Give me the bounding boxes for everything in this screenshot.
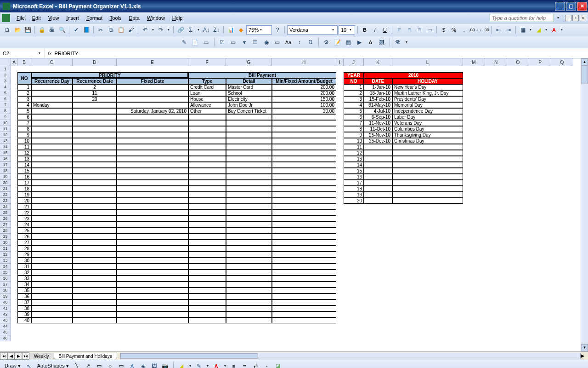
pt-detail-37[interactable] (226, 282, 272, 288)
pt-rdate-24[interactable] (73, 204, 117, 210)
ht-holiday-9[interactable]: Labor Day (392, 114, 463, 120)
pt-detail-5[interactable]: School (226, 90, 272, 96)
pt-rday-32[interactable] (31, 252, 73, 258)
pt-rday-4[interactable] (31, 84, 73, 90)
pt-amt-42[interactable] (272, 311, 336, 317)
pt-rdate-39[interactable] (73, 293, 117, 299)
ht-date-17[interactable] (364, 162, 392, 168)
menu-format[interactable]: Format (83, 14, 106, 22)
pt-type-26[interactable] (188, 216, 226, 222)
pt-rdate-30[interactable] (73, 240, 117, 246)
pt-fdate-17[interactable] (117, 162, 188, 168)
pt-rdate-32[interactable] (73, 252, 117, 258)
ht-date-12[interactable]: 25-Nov-10 (364, 132, 392, 138)
ht-no-9[interactable]: 6 (344, 114, 364, 120)
fontsize-select[interactable]: 10▾ (339, 25, 355, 34)
row-header-13[interactable]: 13 (0, 138, 11, 144)
menu-tools[interactable]: Tools (106, 14, 125, 22)
line-style-button[interactable]: ≡ (229, 362, 238, 368)
row-header-38[interactable]: 38 (0, 288, 11, 293)
pt-rdate-7[interactable] (73, 102, 117, 108)
pt-amt-21[interactable] (272, 186, 336, 192)
row-header-9[interactable]: 9 (0, 114, 11, 120)
pt-rday-7[interactable]: Monday (31, 102, 73, 108)
pt-detail-39[interactable] (226, 293, 272, 299)
pt-no-37[interactable]: 34 (17, 282, 31, 288)
pt-rdate-18[interactable] (73, 168, 117, 174)
row-header-7[interactable]: 7 (0, 102, 11, 108)
pt-fdate-30[interactable] (117, 240, 188, 246)
ht-date-14[interactable] (364, 144, 392, 150)
ht-holiday-15[interactable] (392, 150, 463, 156)
pt-no-40[interactable]: 37 (17, 299, 31, 305)
pt-amt-7[interactable]: 100.00 (272, 102, 336, 108)
pt-type-18[interactable] (188, 168, 226, 174)
pt-type-10[interactable] (188, 120, 226, 126)
autosum-dropdown-icon[interactable]: ▾ (196, 28, 201, 32)
pt-no-14[interactable]: 11 (17, 144, 31, 150)
pt-amt-14[interactable] (272, 144, 336, 150)
pt-rday-26[interactable] (31, 216, 73, 222)
pt-rday-34[interactable] (31, 264, 73, 270)
zoom-select[interactable]: 75%▾ (246, 25, 272, 34)
pt-no-11[interactable]: 8 (17, 126, 31, 132)
pt-detail-9[interactable] (226, 114, 272, 120)
pt-type-9[interactable] (188, 114, 226, 120)
header-fdate[interactable]: Fixed Date (117, 78, 188, 84)
pt-rdate-43[interactable] (73, 317, 117, 323)
pt-rday-27[interactable] (31, 222, 73, 228)
ht-holiday-14[interactable] (392, 144, 463, 150)
draw-menu[interactable]: Draw ▾ (3, 363, 23, 368)
pt-no-7[interactable]: 4 (17, 102, 31, 108)
pt-fdate-19[interactable] (117, 174, 188, 180)
help-button[interactable]: ? (273, 25, 282, 34)
menu-help[interactable]: Help (169, 14, 187, 22)
picture-tool[interactable]: 📷 (161, 362, 170, 368)
radio-tool[interactable]: ◉ (262, 38, 271, 47)
align-right-button[interactable]: ≡ (415, 25, 424, 34)
3d-button[interactable]: ◪ (273, 362, 283, 368)
ht-no-6[interactable]: 3 (344, 96, 364, 102)
pt-no-20[interactable]: 17 (17, 180, 31, 186)
grid-tool[interactable]: ▦ (344, 38, 353, 47)
ht-date-16[interactable] (364, 156, 392, 162)
pt-rdate-33[interactable] (73, 258, 117, 264)
menu-insert[interactable]: Insert (62, 14, 83, 22)
col-header-K[interactable]: K (364, 58, 392, 66)
pt-amt-28[interactable] (272, 228, 336, 234)
row-header-17[interactable]: 17 (0, 162, 11, 168)
ht-no-14[interactable]: 11 (344, 144, 364, 150)
code-tool[interactable]: 📝 (333, 38, 342, 47)
ht-no-21[interactable]: 18 (344, 186, 364, 192)
pt-type-40[interactable] (188, 299, 226, 305)
pt-detail-22[interactable] (226, 192, 272, 198)
header-type[interactable]: Type (188, 78, 226, 84)
checkbox-tool[interactable]: ☑ (218, 38, 227, 47)
pt-rday-18[interactable] (31, 168, 73, 174)
scrollbar-tool[interactable]: ↕ (295, 38, 304, 47)
pt-fdate-29[interactable] (117, 234, 188, 240)
pt-type-7[interactable]: Allowance (188, 102, 226, 108)
header-rdate[interactable]: Recurrence Date (73, 78, 117, 84)
pt-no-23[interactable]: 20 (17, 198, 31, 204)
pt-type-31[interactable] (188, 246, 226, 252)
pt-rday-42[interactable] (31, 311, 73, 317)
ht-holiday-10[interactable]: Veterans Day (392, 120, 463, 126)
row-header-22[interactable]: 22 (0, 192, 11, 198)
pt-amt-9[interactable] (272, 114, 336, 120)
pt-detail-38[interactable] (226, 288, 272, 293)
pt-amt-18[interactable] (272, 168, 336, 174)
pt-amt-20[interactable] (272, 180, 336, 186)
pt-rdate-19[interactable] (73, 174, 117, 180)
print-preview-button[interactable]: 🔍 (57, 25, 67, 34)
sort-desc-button[interactable]: Z↓ (212, 25, 221, 34)
col-header-G[interactable]: G (226, 58, 272, 66)
tab-nav-prev[interactable]: ◀ (7, 352, 15, 360)
ht-no-16[interactable]: 13 (344, 156, 364, 162)
increase-indent-button[interactable]: ⇥ (504, 25, 513, 34)
row-header-6[interactable]: 6 (0, 96, 11, 102)
pt-detail-18[interactable] (226, 168, 272, 174)
decrease-decimal-button[interactable]: ←.00 (480, 25, 489, 34)
pt-no-32[interactable]: 29 (17, 252, 31, 258)
header-billpayment[interactable]: Bill Payment (188, 72, 336, 78)
